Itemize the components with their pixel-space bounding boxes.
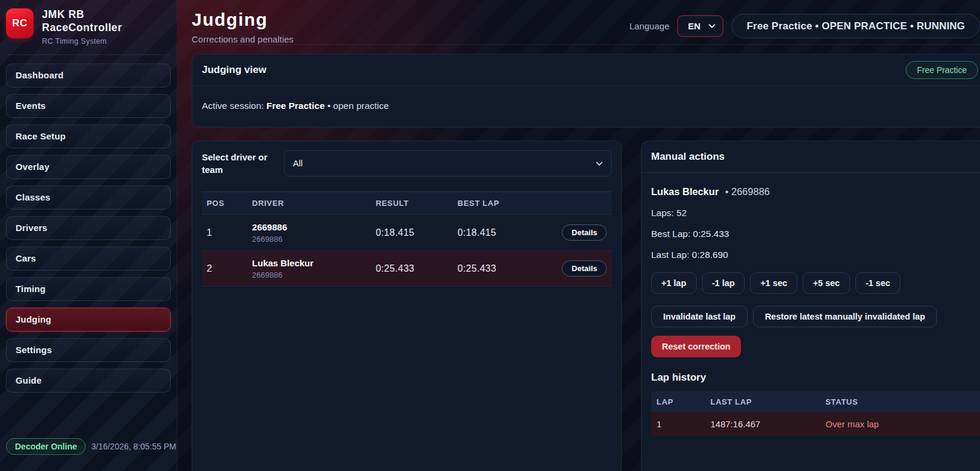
manual-actions-title: Manual actions bbox=[651, 151, 725, 163]
chevron-down-icon bbox=[709, 24, 715, 28]
lap-history-table: LAP LAST LAP STATUS 1 1487:16.467 Over m… bbox=[651, 391, 980, 436]
language-label: Language bbox=[630, 21, 670, 31]
driver-filter-select[interactable]: All bbox=[284, 150, 612, 177]
plus-1-lap-button[interactable]: +1 lap bbox=[651, 272, 697, 294]
language-select[interactable]: EN bbox=[677, 15, 724, 37]
brand-subtitle: RC Timing System bbox=[42, 37, 122, 45]
lap-history-header-last-lap: LAST LAP bbox=[705, 391, 820, 412]
lap-buttons-row: Invalidate last lap Restore latest manua… bbox=[651, 306, 980, 327]
session-badge: Free Practice bbox=[906, 61, 978, 79]
row-result: 0:18.415 bbox=[371, 215, 453, 251]
table-row-selected[interactable]: 2 Lukas Bleckur 2669886 0:25.433 0:25.43… bbox=[202, 251, 612, 287]
selected-driver-line: Lukas Bleckur • 2669886 bbox=[651, 186, 980, 197]
details-button[interactable]: Details bbox=[562, 260, 607, 276]
row-driver-transponder: 2669886 bbox=[252, 271, 366, 279]
active-session-suffix: • open practice bbox=[327, 101, 389, 111]
brand-title-line2: RaceController bbox=[42, 22, 122, 35]
results-header-result: RESULT bbox=[371, 192, 453, 215]
minus-1-sec-button[interactable]: -1 sec bbox=[855, 272, 900, 294]
results-header-actions bbox=[557, 192, 612, 215]
plus-5-sec-button[interactable]: +5 sec bbox=[803, 272, 850, 294]
row-pos: 1 bbox=[202, 215, 247, 251]
row-pos: 2 bbox=[202, 251, 247, 287]
stat-laps: Laps: 52 bbox=[651, 208, 980, 218]
plus-1-sec-button[interactable]: +1 sec bbox=[750, 272, 797, 294]
driver-results-panel: Select driver or team All POS DRIVER RES bbox=[192, 141, 622, 471]
row-best-lap: 0:18.415 bbox=[453, 215, 558, 251]
main-row: Select driver or team All POS DRIVER RES bbox=[192, 141, 980, 471]
adjust-buttons-row: +1 lap -1 lap +1 sec +5 sec -1 sec bbox=[651, 272, 980, 294]
sidebar-item-settings[interactable]: Settings bbox=[6, 338, 171, 362]
sidebar-footer: Decoder Online 3/16/2026, 8:05:55 PM bbox=[0, 438, 177, 471]
sidebar-item-drivers[interactable]: Drivers bbox=[6, 216, 171, 240]
active-session-prefix: Active session: bbox=[202, 101, 264, 111]
lap-history-title: Lap history bbox=[651, 372, 980, 384]
sidebar: RC JMK RB RaceController RC Timing Syste… bbox=[0, 0, 177, 471]
sidebar-item-timing[interactable]: Timing bbox=[6, 277, 171, 301]
minus-1-lap-button[interactable]: -1 lap bbox=[702, 272, 745, 294]
stat-last-lap: Last Lap: 0:28.690 bbox=[651, 250, 980, 260]
row-driver-name: 2669886 bbox=[252, 222, 366, 232]
sidebar-nav: Dashboard Events Race Setup Overlay Clas… bbox=[0, 55, 177, 401]
sidebar-item-cars[interactable]: Cars bbox=[6, 247, 171, 271]
clock-timestamp: 3/16/2026, 8:05:55 PM bbox=[91, 442, 176, 451]
page-subtitle: Corrections and penalties bbox=[192, 34, 294, 44]
app-window: RC JMK RB RaceController RC Timing Syste… bbox=[0, 0, 980, 471]
judging-view-header: Judging view Free Practice bbox=[192, 54, 980, 86]
page-header: Judging Corrections and penalties Langua… bbox=[192, 0, 980, 45]
driver-filter-row: Select driver or team All bbox=[192, 141, 621, 186]
sidebar-item-judging[interactable]: Judging bbox=[6, 308, 171, 332]
stat-best-lap: Best Lap: 0:25.433 bbox=[651, 229, 980, 239]
results-header-best-lap: BEST LAP bbox=[453, 192, 558, 215]
sidebar-item-events[interactable]: Events bbox=[6, 94, 171, 118]
chevron-down-icon bbox=[596, 162, 603, 166]
page-header-titles: Judging Corrections and penalties bbox=[192, 10, 294, 44]
brand: RC JMK RB RaceController RC Timing Syste… bbox=[0, 0, 177, 54]
table-row[interactable]: 1 2669886 2669886 0:18.415 0:18.415 Deta… bbox=[202, 215, 612, 251]
results-table-header-row: POS DRIVER RESULT BEST LAP bbox=[202, 192, 612, 215]
results-table: POS DRIVER RESULT BEST LAP 1 2669886 bbox=[202, 192, 612, 287]
stat-laps-value: 52 bbox=[676, 208, 686, 218]
brand-text: JMK RB RaceController RC Timing System bbox=[42, 8, 122, 45]
session-status-pill: Free Practice • OPEN PRACTICE • RUNNING bbox=[731, 14, 980, 38]
stat-last-lap-label: Last Lap: bbox=[651, 250, 689, 260]
restore-invalidated-lap-button[interactable]: Restore latest manually invalidated lap bbox=[753, 306, 937, 327]
details-button[interactable]: Details bbox=[562, 224, 607, 241]
results-header-pos: POS bbox=[202, 192, 247, 215]
sidebar-item-guide[interactable]: Guide bbox=[6, 369, 171, 393]
lap-history-header-status: STATUS bbox=[820, 391, 980, 412]
row-best-lap: 0:25.433 bbox=[453, 251, 558, 287]
row-driver-transponder: 2669886 bbox=[252, 235, 366, 244]
results-header-driver: DRIVER bbox=[247, 192, 371, 215]
driver-filter-value: All bbox=[293, 159, 303, 168]
row-driver-name: Lukas Bleckur bbox=[252, 258, 366, 268]
row-result: 0:25.433 bbox=[371, 251, 453, 287]
lap-history-lap: 1 bbox=[651, 412, 705, 436]
manual-actions-panel: Manual actions Lukas Bleckur • 2669886 L… bbox=[641, 141, 980, 471]
active-session-name: Free Practice bbox=[267, 101, 325, 111]
driver-filter-label: Select driver or team bbox=[202, 151, 274, 176]
lap-history-header-lap: LAP bbox=[651, 391, 705, 412]
stat-best-lap-value: 0:25.433 bbox=[693, 229, 729, 239]
page-title: Judging bbox=[192, 10, 294, 30]
reset-correction-button[interactable]: Reset correction bbox=[651, 336, 741, 357]
selected-driver-name: Lukas Bleckur bbox=[651, 186, 719, 197]
sidebar-item-dashboard[interactable]: Dashboard bbox=[6, 63, 171, 87]
stat-best-lap-label: Best Lap: bbox=[651, 229, 691, 239]
lap-history-status: Over max lap bbox=[820, 412, 980, 436]
brand-title-line1: JMK RB bbox=[42, 8, 122, 22]
sidebar-item-classes[interactable]: Classes bbox=[6, 186, 171, 209]
active-session-line: Active session: Free Practice • open pra… bbox=[192, 86, 980, 127]
invalidate-last-lap-button[interactable]: Invalidate last lap bbox=[651, 306, 748, 327]
judging-view-panel: Judging view Free Practice Active sessio… bbox=[192, 54, 980, 127]
main-content: Judging Corrections and penalties Langua… bbox=[177, 0, 980, 471]
stat-last-lap-value: 0:28.690 bbox=[692, 250, 728, 260]
sidebar-item-race-setup[interactable]: Race Setup bbox=[6, 124, 171, 148]
selected-driver-id: • 2669886 bbox=[725, 186, 770, 197]
stat-laps-label: Laps: bbox=[651, 208, 674, 218]
sidebar-item-overlay[interactable]: Overlay bbox=[6, 155, 171, 179]
decoder-status-badge: Decoder Online bbox=[6, 438, 86, 455]
manual-actions-header: Manual actions bbox=[642, 141, 980, 173]
lap-history-row: 1 1487:16.467 Over max lap bbox=[651, 412, 980, 436]
judging-view-title: Judging view bbox=[202, 64, 267, 76]
